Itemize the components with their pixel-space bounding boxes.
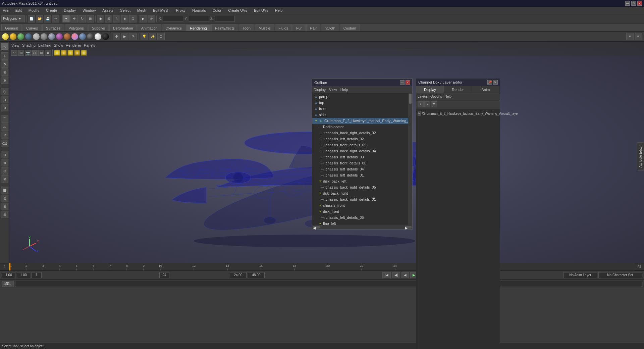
sculpt-btn[interactable]: ⊙ <box>1 96 8 103</box>
outliner-item-chassis-br-02[interactable]: ├─o chassis_back_right_details_02 <box>312 130 408 136</box>
tab-painteffects[interactable]: PaintEffects <box>211 24 238 31</box>
cb-layer-options-btn[interactable]: ⚙ <box>431 101 437 107</box>
tab-custom[interactable]: Custom <box>340 24 360 31</box>
sphere-gray-light[interactable] <box>33 33 40 40</box>
outliner-hscrollbar[interactable]: ◀ ▶ <box>312 225 412 229</box>
sphere-brown[interactable] <box>64 33 70 40</box>
tab-fluids[interactable]: Fluids <box>275 24 292 31</box>
expand-icon[interactable]: ▾ <box>318 191 322 196</box>
menu-mesh[interactable]: Mesh <box>136 8 148 13</box>
outliner-item-chassis-br-04[interactable]: ├─o chassis_back_right_details_04 <box>312 148 408 154</box>
vp-light1-btn[interactable]: ● <box>54 50 60 56</box>
snap-to-grid[interactable]: ⊞ <box>105 15 112 22</box>
offset-edge-btn[interactable]: ⊠ <box>1 175 8 183</box>
paint-btn[interactable]: ✏ <box>1 123 8 131</box>
menu-modify[interactable]: Modify <box>27 8 41 13</box>
character-set-field[interactable]: No Character Set <box>598 272 642 278</box>
select-tool[interactable]: ✦ <box>62 15 70 22</box>
pencil-btn[interactable]: ✐ <box>1 132 8 139</box>
outliner-window-controls[interactable]: — ✕ <box>400 80 410 85</box>
layer-grumman-item[interactable]: V /Grumman_E_2_Hawkeye_tactical_Early_Wa… <box>418 110 498 117</box>
vp-textured-btn[interactable]: ⊠ <box>45 50 51 56</box>
tab-hair[interactable]: Hair <box>306 24 320 31</box>
menu-edit-mesh[interactable]: Edit Mesh <box>152 8 171 13</box>
outliner-item-chassis-l-01[interactable]: ├─o chassis_left_details_01 <box>312 172 408 178</box>
x-coord[interactable] <box>163 16 183 22</box>
cb-tab-anim[interactable]: Anim <box>472 86 500 93</box>
current-frame-field[interactable]: 1.00 <box>2 272 15 278</box>
tab-muscle[interactable]: Muscle <box>255 24 274 31</box>
render-settings-btn[interactable]: ⚙ <box>113 33 120 40</box>
tab-subdivs[interactable]: Subdivs <box>88 24 109 31</box>
tab-animation[interactable]: Animation <box>138 24 161 31</box>
hypershade-btn[interactable]: ⊞ <box>1 203 8 210</box>
end-frame-field[interactable]: 24 <box>159 272 169 278</box>
vp-show-menu[interactable]: Show <box>54 43 63 47</box>
vp-light3-btn[interactable]: ● <box>67 50 73 56</box>
mel-python-toggle[interactable]: MEL <box>2 281 14 287</box>
scale-mode-btn[interactable]: ⊞ <box>1 68 8 76</box>
vp-view-menu[interactable]: View <box>11 43 19 47</box>
tab-rendering[interactable]: Rendering <box>186 24 211 31</box>
outliner-min-btn[interactable]: — <box>400 80 405 85</box>
attribute-editor-tab[interactable]: Attribute Editor <box>637 142 644 170</box>
scale-tool[interactable]: ⊞ <box>87 15 94 22</box>
outliner-scrollbar[interactable] <box>408 93 412 225</box>
menu-color[interactable]: Color <box>211 8 223 13</box>
node-editor-btn[interactable]: ⊟ <box>1 211 8 218</box>
sphere-black[interactable] <box>102 33 109 40</box>
tab-curves[interactable]: Curves <box>22 24 42 31</box>
outliner-item-disk-bl[interactable]: ▾ disk_back_left <box>312 178 408 184</box>
menu-edit-uvs[interactable]: Edit UVs <box>253 8 270 13</box>
rotate-mode-btn[interactable]: ↻ <box>1 60 8 68</box>
cb-sub-help[interactable]: Help <box>444 95 451 98</box>
vp-camera-btn[interactable]: 📷 <box>25 50 31 56</box>
outliner-list[interactable]: ⊞ persp ⊞ top ⊞ front ⊞ side ▾ ⊡ <box>312 93 408 225</box>
expand-icon[interactable]: ▾ <box>314 118 318 123</box>
cb-close-btn[interactable]: ✕ <box>493 80 498 85</box>
sphere-dark-metal[interactable] <box>87 33 94 40</box>
polygon-mode-dropdown[interactable]: Polygons ▼ <box>1 15 25 22</box>
y-coord[interactable] <box>189 16 209 22</box>
outliner-display-menu[interactable]: Display <box>314 88 326 92</box>
light-link-btn[interactable]: 💡 <box>141 33 148 40</box>
layer-vis-icon[interactable]: V <box>418 111 421 116</box>
outliner-item-chassis-l-04[interactable]: ├─o chassis_left_details_04 <box>312 166 408 172</box>
vp-shading-menu[interactable]: Shading <box>22 43 36 47</box>
sphere-gray-marble[interactable] <box>48 33 55 40</box>
expand-icon[interactable]: ▾ <box>318 221 322 225</box>
prev-frame-btn[interactable]: ◀ <box>401 272 409 278</box>
menu-edit[interactable]: Edit <box>14 8 23 13</box>
menu-help[interactable]: Help <box>274 8 284 13</box>
sphere-gray-mid[interactable] <box>41 33 47 40</box>
outliner-item-grumman[interactable]: ▾ ⊡ Grumman_E_2_Hawkeye_tactical_Early_W… <box>312 118 408 124</box>
outliner-item-persp[interactable]: ⊞ persp <box>312 94 408 100</box>
sphere-white[interactable] <box>95 33 101 40</box>
z-coord[interactable] <box>215 16 235 22</box>
universal-btn[interactable]: ⊕ <box>1 77 8 84</box>
eraser-btn[interactable]: ⌫ <box>1 140 8 147</box>
cb-tab-render[interactable]: Render <box>444 86 472 93</box>
minimize-btn[interactable]: — <box>625 1 630 6</box>
window-controls[interactable]: — □ ✕ <box>625 1 642 6</box>
outliner-item-radiolocator[interactable]: ├── Radiolocator <box>312 124 408 130</box>
expand-icon[interactable]: ▾ <box>318 179 322 184</box>
cb-sub-options[interactable]: Options <box>430 95 442 98</box>
tab-ncloth[interactable]: nCloth <box>321 24 339 31</box>
new-scene-btn[interactable]: 📄 <box>28 15 35 22</box>
scrollbar-thumb[interactable] <box>409 94 412 104</box>
vp-solid-btn[interactable]: ⊞ <box>38 50 44 56</box>
range-end-field[interactable]: 48.00 <box>248 272 265 278</box>
vp-select-btn[interactable]: ↖ <box>11 50 17 56</box>
render-btn[interactable]: ▶ <box>140 15 147 22</box>
cb-tab-display[interactable]: Display <box>416 86 444 93</box>
tab-deformation[interactable]: Deformation <box>109 24 137 31</box>
key-field[interactable]: 1 <box>32 272 42 278</box>
snap-to-point[interactable]: ◈ <box>121 15 128 22</box>
menu-create[interactable]: Create <box>45 8 58 13</box>
vp-snap-btn[interactable]: ⊞ <box>18 50 24 56</box>
expand-icon[interactable]: ▾ <box>318 209 322 214</box>
outliner-help-menu[interactable]: Help <box>340 88 348 92</box>
tab-general[interactable]: General <box>1 24 22 31</box>
sphere-blue-light[interactable] <box>79 33 86 40</box>
